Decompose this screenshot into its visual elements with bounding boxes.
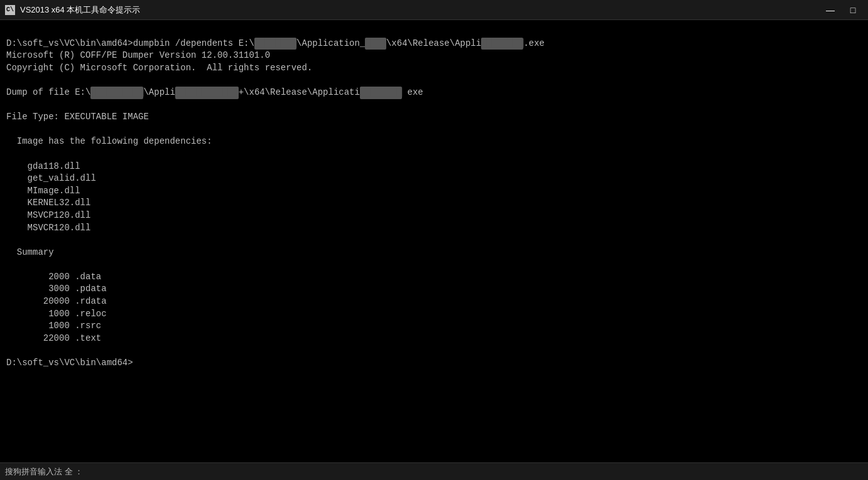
file-type-line: File Type: EXECUTABLE IMAGE [6, 112, 149, 122]
copyright-line: Copyright (C) Microsoft Corporation. All… [6, 63, 312, 73]
ime-status: 搜狗拼音输入法 全 ： [5, 466, 83, 477]
dep1-line: gda118.dll [6, 161, 80, 171]
summary-rsrc-line: 1000 .rsrc [6, 321, 101, 331]
status-bar: 搜狗拼音输入法 全 ： [0, 462, 868, 480]
terminal-content: D:\soft_vs\VC\bin\amd64>dumpbin /depende… [0, 20, 868, 462]
summary-rdata-line: 20000 .rdata [6, 296, 107, 306]
title-bar: C\ VS2013 x64 本机工具命令提示示 — □ [0, 0, 868, 20]
summary-text-line: 22000 .text [6, 333, 101, 343]
dep6-line: MSVCR120.dll [6, 223, 90, 233]
summary-label: Summary [6, 247, 54, 257]
version-line: Microsoft (R) COFF/PE Dumper Version 12.… [6, 50, 270, 60]
dep2-line: get_valid.dll [6, 173, 96, 183]
dep5-line: MSVCP120.dll [6, 210, 90, 220]
terminal-icon: C\ [5, 5, 15, 15]
command-line: D:\soft_vs\VC\bin\amd64>dumpbin /depende… [6, 38, 545, 48]
minimize-button[interactable]: — [820, 4, 840, 16]
prompt-line: D:\soft_vs\VC\bin\amd64> [6, 358, 133, 368]
image-header-line: Image has the following dependencies: [6, 136, 212, 146]
title-bar-text: VS2013 x64 本机工具命令提示示 [20, 4, 140, 16]
summary-pdata-line: 3000 .pdata [6, 284, 107, 294]
dep4-line: KERNEL32.dll [6, 198, 90, 208]
dep3-line: MImage.dll [6, 186, 80, 196]
summary-reloc-line: 1000 .reloc [6, 309, 107, 319]
summary-data-line: 2000 .data [6, 272, 101, 282]
maximize-button[interactable]: □ [843, 4, 863, 16]
title-bar-controls: — □ [820, 4, 863, 16]
dump-file-line: Dump of file E:\██████████\Appli████████… [6, 87, 423, 97]
title-bar-left: C\ VS2013 x64 本机工具命令提示示 [5, 4, 140, 16]
